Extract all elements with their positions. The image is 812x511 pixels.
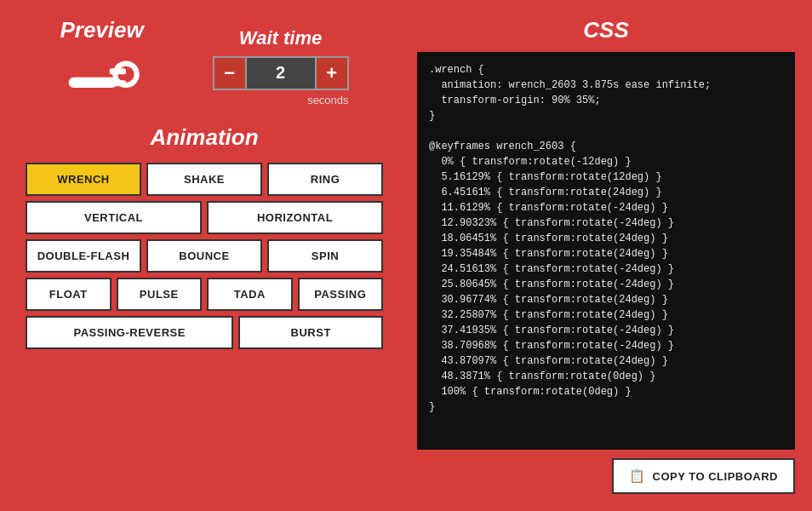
preview-title: Preview (60, 17, 143, 43)
anim-btn-wrench[interactable]: WRENCH (26, 163, 141, 196)
animation-section: Animation WRENCH SHAKE RING VERTICAL HOR… (26, 124, 383, 349)
svg-rect-3 (109, 68, 125, 74)
preview-area: Preview (60, 17, 143, 116)
animation-grid: WRENCH SHAKE RING VERTICAL HORIZONTAL DO… (26, 163, 383, 349)
anim-btn-double-flash[interactable]: DOUBLE-FLASH (26, 239, 141, 273)
copy-btn-label: COPY TO CLIPBOARD (653, 470, 778, 483)
anim-row-5: PASSING-REVERSE BURST (26, 316, 383, 349)
clipboard-icon: 📋 (629, 468, 646, 484)
css-title: CSS (417, 17, 795, 43)
anim-btn-shake[interactable]: SHAKE (146, 163, 262, 196)
wrench-preview-icon (64, 52, 140, 112)
preview-section: Preview Wait time − 2 + (26, 17, 383, 116)
anim-btn-float[interactable]: FLOAT (26, 278, 112, 311)
anim-row-2: VERTICAL HORIZONTAL (26, 201, 383, 234)
anim-btn-passing-reverse[interactable]: PASSING-REVERSE (26, 316, 233, 349)
increment-button[interactable]: + (315, 56, 349, 90)
animation-title: Animation (150, 124, 258, 151)
anim-btn-passing[interactable]: PASSING (298, 278, 384, 311)
wait-time-label: Wait time (239, 27, 322, 49)
anim-row-4: FLOAT PULSE TADA PASSING (26, 278, 383, 311)
anim-btn-spin[interactable]: SPIN (267, 239, 383, 273)
right-panel: CSS .wrench { animation: wrench_2603 3.8… (409, 0, 812, 511)
decrement-button[interactable]: − (213, 56, 247, 90)
left-panel: Preview Wait time − 2 + (0, 0, 409, 511)
anim-row-1: WRENCH SHAKE RING (26, 163, 383, 196)
anim-btn-vertical[interactable]: VERTICAL (26, 201, 202, 234)
copy-btn-area: 📋 COPY TO CLIPBOARD (417, 458, 795, 494)
anim-btn-bounce[interactable]: BOUNCE (146, 239, 262, 273)
anim-row-3: DOUBLE-FLASH BOUNCE SPIN (26, 239, 383, 273)
anim-btn-pulse[interactable]: PULSE (117, 278, 203, 311)
anim-btn-tada[interactable]: TADA (207, 278, 293, 311)
anim-btn-ring[interactable]: RING (267, 163, 383, 196)
anim-btn-burst[interactable]: BURST (238, 316, 383, 349)
wait-time-section: Wait time − 2 + seconds (213, 27, 349, 106)
seconds-label: seconds (307, 94, 348, 106)
copy-to-clipboard-button[interactable]: 📋 COPY TO CLIPBOARD (612, 458, 795, 494)
anim-btn-horizontal[interactable]: HORIZONTAL (207, 201, 383, 234)
css-code-box: .wrench { animation: wrench_2603 3.875s … (417, 52, 795, 450)
svg-rect-4 (109, 80, 125, 86)
stepper-value: 2 (247, 56, 315, 90)
stepper: − 2 + (213, 56, 349, 90)
